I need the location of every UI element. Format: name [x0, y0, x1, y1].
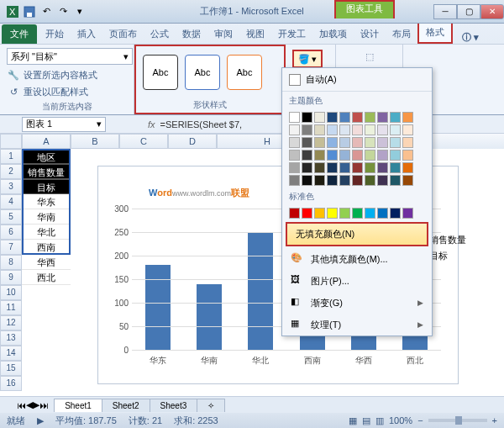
row-header[interactable]: 4 [0, 194, 22, 209]
col-header-a[interactable]: A [22, 134, 71, 149]
qat-dropdown-icon[interactable]: ▾ [72, 4, 87, 19]
tab-data[interactable]: 数据 [176, 24, 207, 44]
row-header[interactable]: 6 [0, 225, 22, 240]
cell-a7[interactable]: 西北 [22, 270, 71, 285]
color-swatch[interactable] [390, 208, 401, 219]
color-swatch[interactable] [377, 162, 388, 173]
color-swatch[interactable] [390, 137, 401, 148]
row-header[interactable]: 16 [0, 376, 22, 391]
color-swatch[interactable] [390, 175, 401, 186]
undo-icon[interactable]: ↶ [39, 4, 54, 19]
auto-color-item[interactable]: 自动(A) [282, 68, 432, 92]
color-swatch[interactable] [314, 150, 325, 161]
sheet-tab-3[interactable]: Sheet3 [150, 399, 198, 412]
shape-fill-button[interactable]: 🪣▾ [292, 50, 323, 68]
color-swatch[interactable] [327, 175, 338, 186]
color-swatch[interactable] [352, 150, 363, 161]
row-header[interactable]: 8 [0, 255, 22, 270]
color-swatch[interactable] [365, 150, 375, 161]
shape-style-1[interactable]: Abc [143, 55, 178, 90]
color-swatch[interactable] [365, 124, 375, 135]
tab-developer[interactable]: 开发工 [271, 24, 312, 44]
tab-nav-prev-icon[interactable]: ◀ [26, 399, 33, 410]
color-swatch[interactable] [314, 175, 325, 186]
formula-bar[interactable]: =SERIES(Sheet $7, [160, 119, 243, 129]
color-swatch[interactable] [314, 124, 325, 135]
row-header[interactable]: 15 [0, 361, 22, 376]
color-swatch[interactable] [377, 124, 388, 135]
chart-element-selector[interactable]: 系列 "目标"▾ [7, 48, 133, 65]
view-layout-icon[interactable]: ▤ [362, 415, 370, 426]
bar[interactable] [197, 284, 222, 350]
color-swatch[interactable] [390, 112, 401, 123]
color-swatch[interactable] [289, 175, 300, 186]
color-swatch[interactable] [365, 208, 375, 219]
color-swatch[interactable] [327, 112, 338, 123]
tab-review[interactable]: 审阅 [207, 24, 239, 44]
tab-nav-last-icon[interactable]: ⏭ [39, 400, 49, 410]
tab-design[interactable]: 设计 [354, 24, 386, 44]
fx-icon[interactable]: fx [148, 119, 155, 129]
color-swatch[interactable] [365, 175, 375, 186]
name-box[interactable]: 图表 1▾ [22, 117, 106, 132]
no-fill-item[interactable]: 无填充颜色(N) [286, 222, 428, 246]
color-swatch[interactable] [390, 124, 401, 135]
color-swatch[interactable] [289, 137, 300, 148]
select-all-corner[interactable] [0, 134, 22, 149]
tab-insert[interactable]: 插入 [71, 24, 102, 44]
color-swatch[interactable] [289, 150, 300, 161]
zoom-out-button[interactable]: − [417, 415, 423, 425]
close-button[interactable]: ✕ [480, 4, 504, 19]
color-swatch[interactable] [314, 112, 325, 123]
color-swatch[interactable] [352, 112, 363, 123]
tab-nav-first-icon[interactable]: ⏮ [17, 400, 26, 410]
color-swatch[interactable] [402, 137, 413, 148]
tab-file[interactable]: 文件 [2, 24, 37, 44]
color-swatch[interactable] [302, 150, 312, 161]
color-swatch[interactable] [402, 162, 413, 173]
color-swatch[interactable] [314, 208, 325, 219]
color-swatch[interactable] [289, 112, 300, 123]
shape-style-2[interactable]: Abc [185, 55, 220, 90]
zoom-slider[interactable] [428, 419, 487, 422]
color-swatch[interactable] [365, 162, 375, 173]
color-swatch[interactable] [377, 175, 388, 186]
color-swatch[interactable] [289, 162, 300, 173]
color-swatch[interactable] [365, 112, 375, 123]
row-header[interactable]: 2 [0, 164, 22, 179]
color-swatch[interactable] [352, 162, 363, 173]
color-swatch[interactable] [339, 124, 350, 135]
save-icon[interactable] [22, 4, 37, 19]
color-swatch[interactable] [390, 162, 401, 173]
color-swatch[interactable] [302, 208, 312, 219]
color-swatch[interactable] [327, 208, 338, 219]
tab-view[interactable]: 视图 [239, 24, 271, 44]
col-header-c[interactable]: C [119, 134, 168, 149]
bar[interactable] [145, 265, 171, 350]
color-swatch[interactable] [327, 137, 338, 148]
help-icon[interactable]: ⓘ ▾ [462, 31, 479, 44]
row-header[interactable]: 3 [0, 179, 22, 194]
color-swatch[interactable] [314, 162, 325, 173]
row-header[interactable]: 10 [0, 285, 22, 300]
color-swatch[interactable] [390, 150, 401, 161]
tab-page-layout[interactable]: 页面布 [102, 24, 144, 44]
col-header-b[interactable]: B [71, 134, 119, 149]
color-swatch[interactable] [302, 124, 312, 135]
maximize-button[interactable]: ▢ [457, 4, 480, 19]
color-swatch[interactable] [327, 162, 338, 173]
color-swatch[interactable] [365, 137, 375, 148]
macro-record-icon[interactable]: ▶ [37, 415, 44, 426]
color-swatch[interactable] [339, 162, 350, 173]
color-swatch[interactable] [302, 175, 312, 186]
color-swatch[interactable] [402, 208, 413, 219]
color-swatch[interactable] [377, 112, 388, 123]
row-header[interactable]: 1 [0, 149, 22, 164]
zoom-level[interactable]: 100% [389, 415, 412, 425]
reset-style-button[interactable]: ↺重设以匹配样式 [7, 85, 127, 98]
color-swatch[interactable] [327, 124, 338, 135]
color-swatch[interactable] [327, 150, 338, 161]
color-swatch[interactable] [339, 150, 350, 161]
color-swatch[interactable] [339, 175, 350, 186]
tab-nav-next-icon[interactable]: ▶ [33, 399, 39, 410]
